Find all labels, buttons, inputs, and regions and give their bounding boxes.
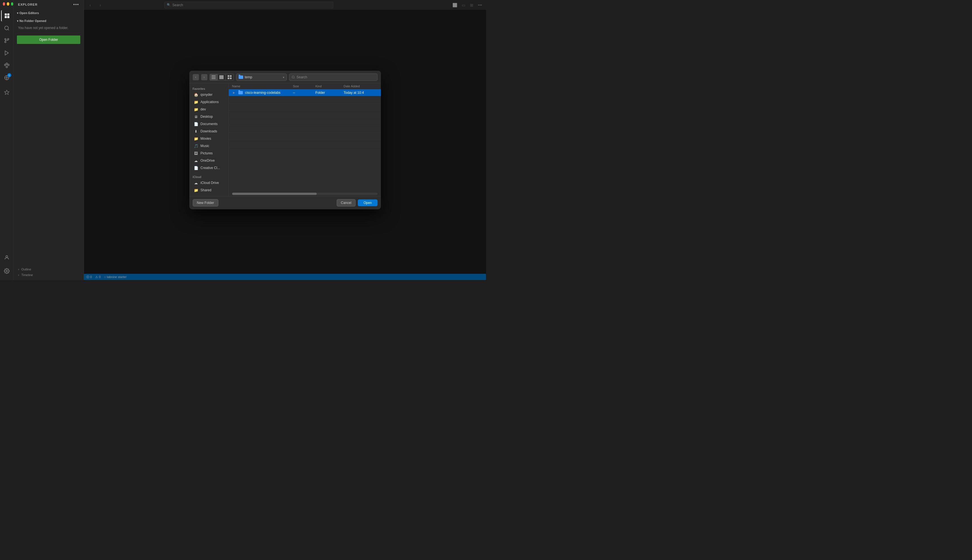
folder-icon [238, 75, 243, 79]
sidebar-item-movies[interactable]: 📁 Movies [190, 135, 227, 142]
dialog-search-box[interactable]: Search [289, 73, 378, 81]
svg-rect-1 [7, 13, 9, 15]
file-dialog: ‹ › temp [189, 71, 381, 209]
chevron-down-icon: ▾ [283, 76, 284, 79]
sidebar-item-music[interactable]: 🎵 Music [190, 142, 227, 150]
sidebar-item-downloads[interactable]: ⬇ Downloads [190, 128, 227, 135]
new-folder-button[interactable]: New Folder [193, 199, 218, 207]
sidebar-item-icloud-drive[interactable]: ☁ iCloud Drive [190, 179, 227, 187]
timeline-section[interactable]: Timeline [13, 272, 84, 278]
column-view-button[interactable] [218, 74, 226, 80]
svg-point-6 [5, 38, 6, 40]
dialog-file-area: Name Size Kind Date Added ▶ cisco-learni… [229, 83, 381, 196]
dialog-sidebar: Favorites 🏠 qsnyder 📁 Applications 📁 dev [189, 83, 229, 196]
traffic-lights [0, 2, 13, 6]
file-date-added: Today at 10:4 [344, 91, 378, 95]
downloads-icon: ⬇ [194, 129, 198, 133]
horizontal-scrollbar[interactable] [232, 193, 378, 195]
cancel-button[interactable]: Cancel [337, 199, 355, 207]
sidebar-item-pictures[interactable]: 🖼 Pictures [190, 150, 227, 157]
sidebar-bottom: Outline Timeline [13, 264, 84, 280]
file-name-cell: ▶ cisco-learning-codelabs [232, 91, 293, 95]
dialog-footer: New Folder Cancel Open [189, 196, 381, 209]
traffic-light-green[interactable] [11, 2, 13, 6]
settings-activity-icon[interactable] [1, 265, 12, 277]
onedrive-icon: ☁ [194, 158, 198, 163]
scrollbar-thumb[interactable] [232, 193, 317, 195]
current-path: temp [245, 75, 252, 79]
svg-point-8 [7, 38, 9, 40]
svg-rect-26 [230, 77, 232, 79]
no-folder-title[interactable]: No Folder Opened [13, 18, 84, 24]
copilot-activity-icon[interactable] [1, 87, 12, 98]
sidebar-item-shared[interactable]: 📁 Shared [190, 187, 227, 194]
applications-folder-icon: 📁 [194, 100, 198, 104]
source-control-activity-icon[interactable] [1, 35, 12, 46]
open-folder-button[interactable]: Open Folder [17, 35, 80, 44]
sidebar-header: Explorer ••• [13, 0, 84, 9]
outline-section[interactable]: Outline [13, 267, 84, 272]
sidebar-item-applications[interactable]: 📁 Applications [190, 98, 227, 106]
remote-badge: 1 [7, 73, 11, 77]
activity-bar: 1 [0, 0, 13, 280]
empty-row-1 [229, 96, 381, 103]
main-content: ‹ › 🔍 Search ⬜ ▭ ⊞ ••• ‹ › [84, 0, 486, 280]
icloud-drive-icon: ☁ [194, 180, 198, 185]
svg-rect-23 [228, 75, 229, 77]
svg-rect-19 [212, 78, 215, 79]
path-dropdown[interactable]: temp ▾ [236, 73, 287, 81]
dialog-back-button[interactable]: ‹ [193, 74, 199, 80]
svg-rect-25 [228, 77, 229, 79]
svg-rect-22 [222, 75, 223, 79]
folder-icon-blue [238, 91, 243, 94]
empty-row-2 [229, 103, 381, 111]
open-button[interactable]: Open [358, 200, 377, 206]
search-activity-icon[interactable] [1, 23, 12, 34]
dialog-forward-button[interactable]: › [201, 74, 207, 80]
file-row-cisco[interactable]: ▶ cisco-learning-codelabs -- Folder Toda… [229, 89, 381, 96]
svg-point-4 [5, 26, 8, 30]
file-size: -- [293, 91, 315, 95]
svg-rect-2 [5, 16, 7, 18]
explorer-activity-icon[interactable] [1, 10, 12, 22]
qsnyder-label: qsnyder [201, 93, 213, 97]
extensions-activity-icon[interactable] [1, 60, 12, 71]
sidebar-item-documents[interactable]: 📄 Documents [190, 120, 227, 128]
documents-label: Documents [201, 122, 218, 126]
shared-label: Shared [201, 188, 212, 192]
dialog-overlay: ‹ › temp [84, 0, 486, 280]
applications-label: Applications [201, 100, 219, 104]
svg-rect-12 [6, 63, 7, 65]
empty-row-4 [229, 118, 381, 125]
svg-point-16 [6, 270, 7, 272]
expand-icon[interactable]: ▶ [232, 91, 236, 95]
movies-label: Movies [201, 137, 211, 140]
grid-view-button[interactable] [226, 74, 233, 80]
home-icon: 🏠 [194, 92, 198, 97]
svg-rect-24 [230, 75, 232, 77]
downloads-label: Downloads [201, 129, 217, 133]
svg-rect-21 [221, 75, 222, 79]
sidebar-item-desktop[interactable]: 🖥 Desktop [190, 113, 227, 120]
remote-activity-icon[interactable]: 1 [1, 72, 12, 83]
svg-rect-10 [4, 64, 6, 66]
run-debug-activity-icon[interactable] [1, 47, 12, 58]
sidebar-menu-icon[interactable]: ••• [73, 2, 79, 7]
svg-point-7 [5, 42, 6, 43]
sidebar-item-qsnyder[interactable]: 🏠 qsnyder [190, 91, 227, 98]
traffic-light-yellow[interactable] [7, 2, 9, 6]
list-view-button[interactable] [210, 74, 218, 80]
sidebar-item-creative-cloud[interactable]: 📄 Creative Cl... [190, 164, 227, 172]
traffic-light-red[interactable] [3, 2, 5, 6]
dialog-search-icon [292, 75, 295, 79]
no-folder-text: You have not yet opened a folder. [13, 24, 84, 34]
svg-point-27 [292, 76, 294, 78]
file-list: ▶ cisco-learning-codelabs -- Folder Toda… [229, 89, 381, 193]
dialog-body: Favorites 🏠 qsnyder 📁 Applications 📁 dev [189, 83, 381, 196]
sidebar-item-onedrive[interactable]: ☁ OneDrive [190, 157, 227, 164]
size-column-header: Size [293, 85, 315, 88]
sidebar-item-dev[interactable]: 📁 dev [190, 106, 227, 113]
accounts-activity-icon[interactable] [1, 252, 12, 263]
open-editors-title[interactable]: Open Editors [13, 10, 84, 16]
pictures-icon: 🖼 [194, 151, 198, 155]
